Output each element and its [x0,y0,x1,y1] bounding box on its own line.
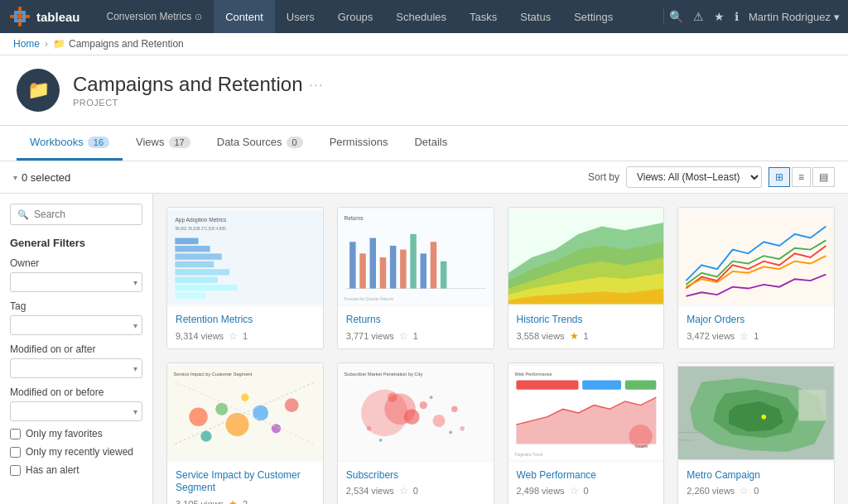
workbook-name[interactable]: Service Impact by Customer Segment [176,469,315,495]
svg-rect-22 [369,238,376,289]
nav-item-status[interactable]: Status [508,0,562,33]
tableau-logo[interactable]: tableau [8,5,80,28]
alert-icon[interactable]: ⚠ [693,10,704,23]
workbook-card[interactable]: Metro Campaign 2,260 views ☆ 0 [677,362,835,504]
owner-select-wrapper [10,272,142,292]
tab-permissions[interactable]: Permissions [316,126,402,161]
favorites-icon[interactable]: ★ [714,10,725,23]
workbook-card[interactable]: Major Orders 3,472 views ☆ 1 [677,207,835,349]
nav-item-content[interactable]: Content [214,0,275,33]
view-count: 2,498 views [517,486,565,496]
view-count: 3,472 views [687,331,735,341]
checkbox-recently-viewed[interactable]: Only my recently viewed [10,446,142,458]
nav-item-settings[interactable]: Settings [562,0,624,33]
svg-point-55 [419,401,426,409]
svg-rect-23 [379,257,386,289]
favorites-checkbox[interactable] [10,429,21,439]
chevron-down-icon: ▾ [13,173,17,182]
workbook-name[interactable]: Returns [346,314,485,327]
star-icon[interactable]: ☆ [740,485,749,497]
workbook-name[interactable]: Historic Trends [517,314,656,327]
svg-point-43 [253,405,268,420]
svg-point-59 [388,392,397,401]
workbook-card[interactable]: Subscriber Market Penetration by City Su… [337,362,494,504]
compact-view-button[interactable]: ▤ [812,167,835,187]
workbook-card[interactable]: App Adoption Metrics 98,902 35,638 271,5… [166,207,324,349]
nav-divider [663,8,664,25]
view-count: 3,771 views [346,331,394,341]
star-icon[interactable]: ★ [229,498,238,504]
workbook-card[interactable]: Returns Forecast for Quarter Returns Ret… [337,207,494,349]
owner-select[interactable] [10,272,142,292]
star-count: 0 [754,486,759,496]
modified-after-select[interactable] [10,358,142,378]
user-menu[interactable]: Martin Rodriguez ▾ [749,11,840,23]
svg-point-40 [189,407,208,426]
nav-item-users[interactable]: Users [275,0,326,33]
search-icon[interactable]: 🔍 [669,10,683,23]
svg-point-58 [366,426,371,431]
workbook-card[interactable]: Web Performance Pageview Trend Growth We… [508,362,665,504]
svg-rect-1 [10,15,30,18]
tag-select[interactable] [10,315,142,335]
svg-rect-29 [441,262,447,289]
sort-select[interactable]: Views: All (Most–Least) [626,166,762,188]
svg-text:Pageview Trend: Pageview Trend [514,452,542,456]
grid-view-button[interactable]: ⊞ [768,167,790,187]
folder-icon: 📁 [53,38,65,50]
star-icon[interactable]: ☆ [740,330,749,342]
breadcrumb-home[interactable]: Home [13,38,40,50]
workbook-info: Subscribers 2,534 views ☆ 0 [338,463,494,504]
svg-point-56 [432,414,445,426]
search-input[interactable] [34,209,135,220]
workbook-name[interactable]: Major Orders [687,314,826,327]
svg-rect-21 [359,253,366,288]
checkbox-has-alert[interactable]: Has an alert [10,464,142,476]
svg-rect-15 [175,285,237,291]
info-icon[interactable]: ℹ [735,10,739,23]
nav-item-groups[interactable]: Groups [326,0,385,33]
sidebar: 🔍 General Filters Owner Tag Modified on … [0,194,153,504]
workbook-name[interactable]: Subscribers [346,469,485,482]
svg-rect-28 [430,242,436,288]
svg-point-61 [430,396,433,399]
project-icon: 📁 [17,69,60,112]
sort-controls: Sort by Views: All (Most–Least) ⊞ ≡ ▤ [588,166,835,188]
star-count: 1 [584,331,589,341]
list-view-button[interactable]: ≡ [792,167,811,187]
workbook-info: Service Impact by Customer Segment 3,105… [167,463,323,504]
svg-point-41 [215,402,228,415]
tab-details[interactable]: Details [401,126,460,161]
workbook-name[interactable]: Retention Metrics [176,314,315,327]
selected-count[interactable]: ▾ 0 selected [13,171,70,184]
checkbox-favorites[interactable]: Only my favorites [10,428,142,439]
workbook-card[interactable]: Service Impact by Customer Segment Servi… [166,362,324,504]
nav-item-tasks[interactable]: Tasks [458,0,508,33]
tab-data-sources[interactable]: Data Sources 0 [204,126,316,161]
tab-workbooks[interactable]: Workbooks 16 [17,126,123,161]
search-box[interactable]: 🔍 [10,204,142,225]
star-icon[interactable]: ☆ [570,485,579,497]
star-icon[interactable]: ☆ [399,485,408,497]
recently-viewed-label: Only my recently viewed [26,446,133,458]
svg-text:98,902  35,638  271,500  4,885: 98,902 35,638 271,500 4,885 [175,227,226,231]
action-bar: ▾ 0 selected Sort by Views: All (Most–Le… [0,161,848,194]
workbook-card[interactable]: Historic Trends 3,558 views ★ 1 [508,207,665,349]
workbook-breadcrumb-link[interactable]: Conversion Metrics ⊙ [95,0,214,33]
star-icon[interactable]: ☆ [229,330,238,342]
nav-item-schedules[interactable]: Schedules [384,0,458,33]
owner-label: Owner [10,257,142,269]
star-count: 1 [754,331,759,341]
recently-viewed-checkbox[interactable] [10,447,21,458]
workbook-name[interactable]: Web Performance [517,469,656,482]
project-more-button[interactable]: ··· [310,78,325,91]
workbook-name[interactable]: Metro Campaign [687,469,826,482]
star-icon[interactable]: ★ [570,330,579,342]
star-icon[interactable]: ☆ [399,330,408,342]
tab-views[interactable]: Views 17 [123,126,204,161]
modified-before-select[interactable] [10,401,142,421]
svg-point-46 [200,430,211,441]
nav-right-controls: 🔍 ⚠ ★ ℹ Martin Rodriguez ▾ [669,10,840,23]
project-title: Campaigns and Retention [73,73,303,96]
has-alert-checkbox[interactable] [10,465,21,476]
